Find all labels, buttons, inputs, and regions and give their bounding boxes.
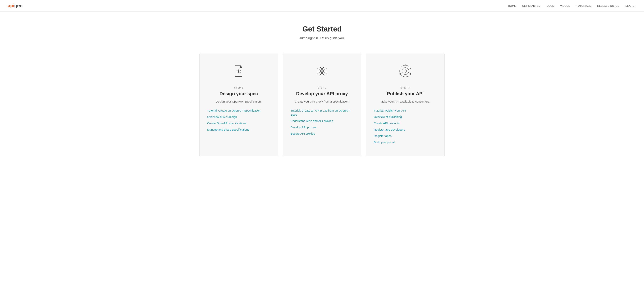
icon-develop-proxy — [290, 63, 354, 79]
link-overview-publishing[interactable]: Oveview of publishing — [374, 115, 402, 118]
nav-link-search[interactable]: SEARCH — [626, 5, 636, 7]
logo-api: api — [8, 3, 14, 9]
nav-link-tutorials[interactable]: TUTORIALS — [576, 5, 591, 7]
list-item: Tutorial: Create an API proxy from an Op… — [290, 108, 354, 116]
link-understand-apis[interactable]: Understand APIs and API proxies — [290, 119, 333, 122]
link-manage-share-specs[interactable]: Manage and share specifications — [207, 128, 249, 131]
card-links-publish-api: Tutorial: Publish your APIOveview of pub… — [374, 108, 437, 146]
cards-container: STEP 1Design your specDesign your OpenAP… — [188, 50, 456, 172]
hero-subtitle: Jump right in. Let us guide you. — [4, 36, 640, 40]
list-item: Register app developers — [374, 127, 437, 131]
card-develop-proxy: STEP 2Develop your API proxyCreate your … — [283, 54, 362, 156]
logo[interactable]: apigee — [8, 3, 22, 9]
card-links-develop-proxy: Tutorial: Create an API proxy from an Op… — [290, 108, 354, 138]
link-overview-api-design[interactable]: Overview of API design — [207, 115, 237, 118]
card-desc-design-spec: Design your OpenAPI Specification. — [207, 99, 270, 104]
step-label-develop-proxy: STEP 2 — [290, 86, 354, 89]
link-secure-api-proxies[interactable]: Secure API proxies — [290, 132, 315, 135]
card-publish-api: STEP 3Publish your APIMake your API avai… — [366, 54, 445, 156]
link-tutorial-create-openapi[interactable]: Tutorial: Create an OpenAPI Specificatio… — [207, 109, 260, 112]
list-item: Build your portal — [374, 140, 437, 144]
nav-links: HOMEGET STARTEDDOCSVIDEOSTUTORIALSRELEAS… — [508, 4, 636, 8]
card-desc-develop-proxy: Create your API proxy from a specificati… — [290, 99, 354, 104]
svg-point-12 — [400, 65, 411, 77]
nav-link-docs[interactable]: DOCS — [546, 5, 554, 7]
list-item: Create OpenAPI specifications — [207, 121, 270, 125]
card-title-publish-api: Publish your API — [374, 91, 437, 96]
card-links-design-spec: Tutorial: Create an OpenAPI Specificatio… — [207, 108, 270, 134]
link-create-api-products[interactable]: Create API products — [374, 121, 400, 125]
card-desc-publish-api: Make your API available to consumers. — [374, 99, 437, 104]
svg-point-13 — [402, 68, 409, 75]
hero-title: Get Started — [4, 25, 640, 33]
list-item: Create API products — [374, 121, 437, 125]
link-tutorial-create-proxy[interactable]: Tutorial: Create an API proxy from an Op… — [290, 109, 350, 116]
card-design-spec: STEP 1Design your specDesign your OpenAP… — [199, 54, 278, 156]
card-title-develop-proxy: Develop your API proxy — [290, 91, 354, 96]
link-register-app-developers[interactable]: Register app developers — [374, 128, 405, 131]
list-item: Tutorial: Publish your API — [374, 108, 437, 112]
logo-gee: gee — [14, 3, 22, 9]
icon-design-spec — [207, 63, 270, 79]
link-register-apps[interactable]: Register apps — [374, 134, 392, 137]
hero-section: Get Started Jump right in. Let us guide … — [0, 12, 644, 50]
link-build-portal[interactable]: Build your portal — [374, 140, 394, 144]
list-item: Develop API proxies — [290, 125, 354, 129]
list-item: Register apps — [374, 134, 437, 138]
list-item: Secure API proxies — [290, 131, 354, 135]
step-label-design-spec: STEP 1 — [207, 86, 270, 89]
list-item: Oveview of publishing — [374, 115, 437, 119]
step-label-publish-api: STEP 3 — [374, 86, 437, 89]
nav-link-home[interactable]: HOME — [508, 5, 516, 7]
list-item: Tutorial: Create an OpenAPI Specificatio… — [207, 108, 270, 112]
svg-point-14 — [404, 70, 407, 72]
nav-link-get-started[interactable]: GET STARTED — [522, 5, 540, 7]
icon-publish-api — [374, 63, 437, 79]
link-develop-api-proxies[interactable]: Develop API proxies — [290, 126, 316, 129]
list-item: Overview of API design — [207, 115, 270, 119]
main-nav: apigee HOMEGET STARTEDDOCSVIDEOSTUTORIAL… — [0, 0, 644, 12]
nav-link-release-notes[interactable]: RELEASE NOTES — [597, 5, 619, 7]
link-create-openapi-specs[interactable]: Create OpenAPI specifications — [207, 121, 246, 125]
link-tutorial-publish[interactable]: Tutorial: Publish your API — [374, 109, 406, 112]
list-item: Understand APIs and API proxies — [290, 119, 354, 123]
list-item: Manage and share specifications — [207, 127, 270, 131]
nav-link-videos[interactable]: VIDEOS — [560, 5, 570, 7]
card-title-design-spec: Design your spec — [207, 91, 270, 96]
